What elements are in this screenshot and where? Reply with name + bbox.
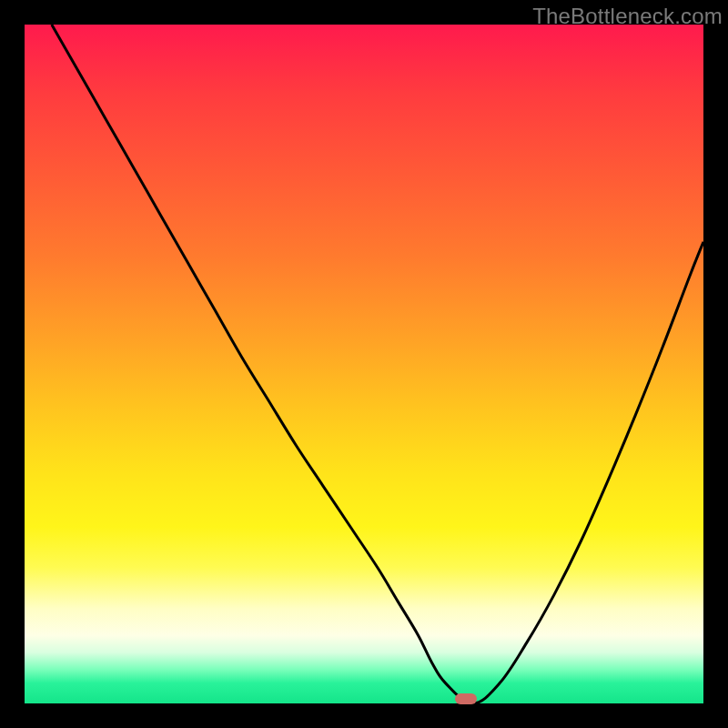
optimal-point-marker	[455, 693, 477, 704]
chart-frame: TheBottleneck.com	[0, 0, 728, 728]
watermark-text: TheBottleneck.com	[532, 4, 723, 29]
bottleneck-curve	[25, 25, 703, 703]
plot-area	[25, 25, 703, 703]
